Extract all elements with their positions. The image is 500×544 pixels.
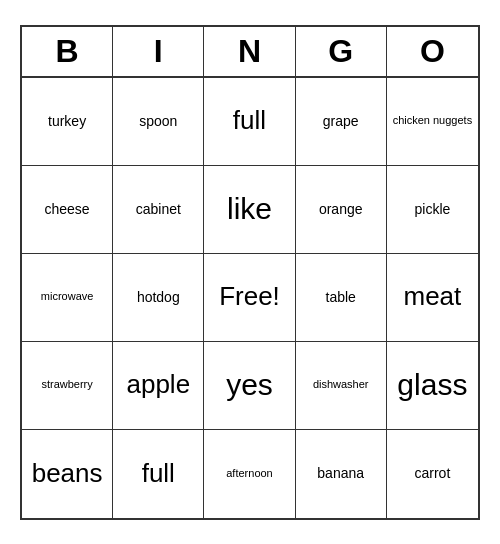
bingo-cell-23: banana — [296, 430, 387, 518]
cell-text-13: table — [326, 289, 356, 306]
cell-text-17: yes — [226, 367, 273, 403]
bingo-cell-21: full — [113, 430, 204, 518]
cell-text-1: spoon — [139, 113, 177, 130]
cell-text-24: carrot — [414, 465, 450, 482]
bingo-cell-19: glass — [387, 342, 478, 430]
bingo-cell-22: afternoon — [204, 430, 295, 518]
cell-text-0: turkey — [48, 113, 86, 130]
cell-text-6: cabinet — [136, 201, 181, 218]
bingo-cell-5: cheese — [22, 166, 113, 254]
cell-text-8: orange — [319, 201, 363, 218]
bingo-cell-18: dishwasher — [296, 342, 387, 430]
cell-text-9: pickle — [414, 201, 450, 218]
bingo-cell-7: like — [204, 166, 295, 254]
bingo-cell-24: carrot — [387, 430, 478, 518]
bingo-cell-3: grape — [296, 78, 387, 166]
bingo-cell-17: yes — [204, 342, 295, 430]
cell-text-7: like — [227, 191, 272, 227]
header-letter-n: N — [204, 27, 295, 76]
header-letter-b: B — [22, 27, 113, 76]
cell-text-14: meat — [403, 281, 461, 312]
bingo-grid: turkeyspoonfullgrapechicken nuggetschees… — [22, 78, 478, 518]
bingo-cell-11: hotdog — [113, 254, 204, 342]
bingo-cell-10: microwave — [22, 254, 113, 342]
bingo-cell-20: beans — [22, 430, 113, 518]
cell-text-11: hotdog — [137, 289, 180, 306]
cell-text-22: afternoon — [226, 467, 272, 480]
cell-text-18: dishwasher — [313, 378, 369, 391]
bingo-cell-9: pickle — [387, 166, 478, 254]
cell-text-16: apple — [126, 369, 190, 400]
bingo-cell-15: strawberry — [22, 342, 113, 430]
cell-text-21: full — [142, 458, 175, 489]
bingo-cell-6: cabinet — [113, 166, 204, 254]
cell-text-10: microwave — [41, 290, 94, 303]
header-letter-o: O — [387, 27, 478, 76]
bingo-header: BINGO — [22, 27, 478, 78]
bingo-cell-14: meat — [387, 254, 478, 342]
header-letter-g: G — [296, 27, 387, 76]
bingo-cell-2: full — [204, 78, 295, 166]
bingo-cell-1: spoon — [113, 78, 204, 166]
bingo-cell-12: Free! — [204, 254, 295, 342]
cell-text-19: glass — [397, 367, 467, 403]
cell-text-15: strawberry — [41, 378, 92, 391]
cell-text-5: cheese — [45, 201, 90, 218]
cell-text-20: beans — [32, 458, 103, 489]
header-letter-i: I — [113, 27, 204, 76]
cell-text-12: Free! — [219, 281, 280, 312]
bingo-cell-8: orange — [296, 166, 387, 254]
bingo-cell-13: table — [296, 254, 387, 342]
cell-text-23: banana — [317, 465, 364, 482]
cell-text-3: grape — [323, 113, 359, 130]
bingo-cell-4: chicken nuggets — [387, 78, 478, 166]
cell-text-2: full — [233, 105, 266, 136]
bingo-cell-0: turkey — [22, 78, 113, 166]
cell-text-4: chicken nuggets — [393, 114, 473, 127]
bingo-card: BINGO turkeyspoonfullgrapechicken nugget… — [20, 25, 480, 520]
bingo-cell-16: apple — [113, 342, 204, 430]
